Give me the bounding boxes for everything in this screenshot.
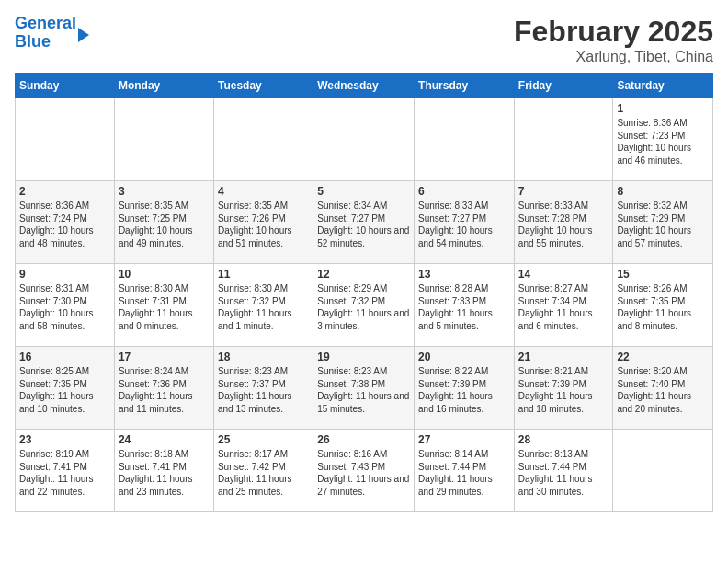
day-number: 18 (218, 350, 309, 363)
weekday-header-wednesday: Wednesday (313, 74, 415, 98)
day-info: Sunrise: 8:30 AM Sunset: 7:32 PM Dayligh… (218, 282, 309, 332)
calendar-cell: 15Sunrise: 8:26 AM Sunset: 7:35 PM Dayli… (613, 264, 713, 347)
day-number: 14 (518, 268, 609, 281)
day-number: 12 (317, 268, 410, 281)
weekday-header-monday: Monday (114, 74, 213, 98)
day-info: Sunrise: 8:35 AM Sunset: 7:26 PM Dayligh… (218, 200, 309, 249)
day-number: 1 (617, 102, 709, 115)
day-info: Sunrise: 8:23 AM Sunset: 7:38 PM Dayligh… (317, 365, 410, 415)
day-info: Sunrise: 8:31 AM Sunset: 7:30 PM Dayligh… (19, 282, 110, 332)
calendar-week-row: 9Sunrise: 8:31 AM Sunset: 7:30 PM Daylig… (16, 264, 713, 347)
calendar-cell: 5Sunrise: 8:34 AM Sunset: 7:27 PM Daylig… (313, 181, 415, 264)
day-info: Sunrise: 8:16 AM Sunset: 7:43 PM Dayligh… (317, 448, 410, 498)
day-info: Sunrise: 8:19 AM Sunset: 7:41 PM Dayligh… (19, 448, 110, 498)
calendar-table: SundayMondayTuesdayWednesdayThursdayFrid… (15, 73, 713, 512)
day-info: Sunrise: 8:30 AM Sunset: 7:31 PM Dayligh… (119, 282, 210, 332)
calendar-cell (213, 98, 313, 181)
day-info: Sunrise: 8:27 AM Sunset: 7:34 PM Dayligh… (518, 282, 609, 332)
calendar-cell: 23Sunrise: 8:19 AM Sunset: 7:41 PM Dayli… (16, 430, 115, 512)
calendar-cell: 8Sunrise: 8:32 AM Sunset: 7:29 PM Daylig… (613, 181, 713, 264)
day-number: 20 (418, 350, 510, 363)
calendar-cell (16, 98, 115, 181)
weekday-header-sunday: Sunday (16, 74, 115, 98)
calendar-cell: 19Sunrise: 8:23 AM Sunset: 7:38 PM Dayli… (313, 347, 415, 430)
day-info: Sunrise: 8:36 AM Sunset: 7:24 PM Dayligh… (19, 200, 110, 249)
calendar-cell: 21Sunrise: 8:21 AM Sunset: 7:39 PM Dayli… (514, 347, 613, 430)
day-number: 6 (418, 185, 510, 198)
day-info: Sunrise: 8:33 AM Sunset: 7:28 PM Dayligh… (518, 200, 609, 249)
day-number: 28 (518, 433, 609, 446)
calendar-cell (313, 98, 415, 181)
calendar-cell: 3Sunrise: 8:35 AM Sunset: 7:25 PM Daylig… (114, 181, 213, 264)
calendar-cell: 6Sunrise: 8:33 AM Sunset: 7:27 PM Daylig… (415, 181, 515, 264)
weekday-header-thursday: Thursday (415, 74, 515, 98)
calendar-subtitle: Xarlung, Tibet, China (514, 49, 713, 65)
day-number: 5 (317, 185, 410, 198)
day-number: 25 (218, 433, 309, 446)
day-info: Sunrise: 8:24 AM Sunset: 7:36 PM Dayligh… (119, 365, 210, 415)
day-info: Sunrise: 8:28 AM Sunset: 7:33 PM Dayligh… (418, 282, 510, 332)
calendar-cell (415, 98, 515, 181)
day-number: 13 (418, 268, 510, 281)
weekday-header-saturday: Saturday (613, 74, 713, 98)
calendar-week-row: 16Sunrise: 8:25 AM Sunset: 7:35 PM Dayli… (16, 347, 713, 430)
day-number: 11 (218, 268, 309, 281)
calendar-title-block: February 2025 Xarlung, Tibet, China (514, 15, 713, 65)
page-header: General Blue February 2025 Xarlung, Tibe… (15, 15, 713, 65)
calendar-cell: 22Sunrise: 8:20 AM Sunset: 7:40 PM Dayli… (613, 347, 713, 430)
calendar-cell (514, 98, 613, 181)
calendar-cell: 7Sunrise: 8:33 AM Sunset: 7:28 PM Daylig… (514, 181, 613, 264)
calendar-cell: 10Sunrise: 8:30 AM Sunset: 7:31 PM Dayli… (114, 264, 213, 347)
calendar-week-row: 2Sunrise: 8:36 AM Sunset: 7:24 PM Daylig… (16, 181, 713, 264)
calendar-cell: 13Sunrise: 8:28 AM Sunset: 7:33 PM Dayli… (415, 264, 515, 347)
day-info: Sunrise: 8:33 AM Sunset: 7:27 PM Dayligh… (418, 200, 510, 249)
day-info: Sunrise: 8:20 AM Sunset: 7:40 PM Dayligh… (617, 365, 709, 415)
day-number: 8 (617, 185, 709, 198)
day-number: 15 (617, 268, 709, 281)
logo-text-block: General Blue (15, 15, 89, 52)
day-number: 21 (518, 350, 609, 363)
logo-arrow-icon (78, 28, 89, 42)
calendar-cell: 4Sunrise: 8:35 AM Sunset: 7:26 PM Daylig… (213, 181, 313, 264)
calendar-cell: 12Sunrise: 8:29 AM Sunset: 7:32 PM Dayli… (313, 264, 415, 347)
calendar-cell (114, 98, 213, 181)
weekday-header-tuesday: Tuesday (213, 74, 313, 98)
calendar-week-row: 23Sunrise: 8:19 AM Sunset: 7:41 PM Dayli… (16, 430, 713, 512)
calendar-cell: 18Sunrise: 8:23 AM Sunset: 7:37 PM Dayli… (213, 347, 313, 430)
calendar-cell: 16Sunrise: 8:25 AM Sunset: 7:35 PM Dayli… (16, 347, 115, 430)
day-info: Sunrise: 8:36 AM Sunset: 7:23 PM Dayligh… (617, 117, 709, 167)
calendar-cell: 24Sunrise: 8:18 AM Sunset: 7:41 PM Dayli… (114, 430, 213, 512)
weekday-header-row: SundayMondayTuesdayWednesdayThursdayFrid… (16, 74, 713, 98)
day-number: 3 (119, 185, 210, 198)
calendar-cell: 1Sunrise: 8:36 AM Sunset: 7:23 PM Daylig… (613, 98, 713, 181)
day-info: Sunrise: 8:22 AM Sunset: 7:39 PM Dayligh… (418, 365, 510, 415)
calendar-cell: 17Sunrise: 8:24 AM Sunset: 7:36 PM Dayli… (114, 347, 213, 430)
logo-text: General Blue (15, 15, 76, 52)
day-info: Sunrise: 8:26 AM Sunset: 7:35 PM Dayligh… (617, 282, 709, 332)
day-number: 10 (119, 268, 210, 281)
day-number: 27 (418, 433, 510, 446)
day-number: 2 (19, 185, 110, 198)
calendar-cell: 2Sunrise: 8:36 AM Sunset: 7:24 PM Daylig… (16, 181, 115, 264)
day-info: Sunrise: 8:14 AM Sunset: 7:44 PM Dayligh… (418, 448, 510, 498)
day-number: 19 (317, 350, 410, 363)
day-info: Sunrise: 8:25 AM Sunset: 7:35 PM Dayligh… (19, 365, 110, 415)
day-number: 4 (218, 185, 309, 198)
day-info: Sunrise: 8:21 AM Sunset: 7:39 PM Dayligh… (518, 365, 609, 415)
calendar-cell (613, 430, 713, 512)
day-number: 23 (19, 433, 110, 446)
calendar-week-row: 1Sunrise: 8:36 AM Sunset: 7:23 PM Daylig… (16, 98, 713, 181)
day-info: Sunrise: 8:23 AM Sunset: 7:37 PM Dayligh… (218, 365, 309, 415)
day-info: Sunrise: 8:34 AM Sunset: 7:27 PM Dayligh… (317, 200, 410, 249)
calendar-cell: 11Sunrise: 8:30 AM Sunset: 7:32 PM Dayli… (213, 264, 313, 347)
day-info: Sunrise: 8:13 AM Sunset: 7:44 PM Dayligh… (518, 448, 609, 498)
day-number: 7 (518, 185, 609, 198)
calendar-cell: 26Sunrise: 8:16 AM Sunset: 7:43 PM Dayli… (313, 430, 415, 512)
calendar-cell: 20Sunrise: 8:22 AM Sunset: 7:39 PM Dayli… (415, 347, 515, 430)
logo: General Blue (15, 15, 89, 52)
calendar-cell: 27Sunrise: 8:14 AM Sunset: 7:44 PM Dayli… (415, 430, 515, 512)
calendar-title: February 2025 (514, 15, 713, 49)
day-number: 9 (19, 268, 110, 281)
day-number: 24 (119, 433, 210, 446)
calendar-cell: 9Sunrise: 8:31 AM Sunset: 7:30 PM Daylig… (16, 264, 115, 347)
